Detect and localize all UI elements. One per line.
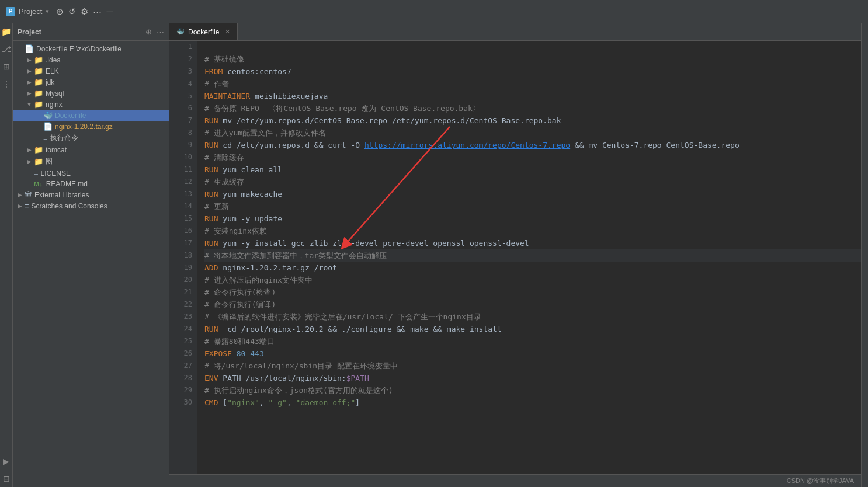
project-label[interactable]: Project [19, 7, 42, 16]
tree-item-license[interactable]: ≡ LICENSE [13, 168, 169, 179]
file-icon: 📄 [25, 44, 34, 53]
arrow-icon: ▶ [25, 79, 34, 85]
markdown-icon: M↓ [34, 180, 43, 187]
folder-icon: 📁 [34, 100, 43, 109]
folder-icon: 📁 [34, 89, 43, 98]
tree-label: tomcat [46, 146, 67, 154]
arrow-icon: ▶ [25, 57, 34, 63]
title-bar-left: P Project ▾ [6, 7, 49, 16]
tree-item-nginx[interactable]: ▼ 📁 nginx [13, 99, 169, 110]
arrow-icon: ▶ [25, 90, 34, 96]
scratches-icon: ≡ [25, 201, 29, 210]
library-icon: 🏛 [25, 190, 32, 199]
sidebar-title: Project [18, 28, 41, 36]
tab-label: Dockerfile [188, 28, 219, 36]
tree-label: nginx [46, 100, 63, 109]
watermark-text: CSDN @没事别学JAVA [787, 476, 854, 485]
tree-label: Dockerfile [55, 112, 86, 120]
tree-label: 执行命令 [50, 133, 78, 143]
tree-label: 图 [46, 156, 53, 166]
code-editor[interactable]: 1 2 ▶ 3 4 5 6 7 8 9 10 11 12 13 14 15 16 [169, 41, 861, 474]
tree-label: nginx-1.20.2.tar.gz [55, 123, 113, 131]
license-icon: ≡ [34, 169, 39, 178]
tree-item-dockerfile-root[interactable]: 📄 Dockerfile E:\zkc\Dockerfile [13, 43, 169, 54]
gear-icon[interactable]: ⚙ [81, 6, 88, 17]
tree-item-elk[interactable]: ▶ 📁 ELK [13, 65, 169, 76]
tree-item-readme[interactable]: M↓ README.md [13, 179, 169, 189]
tree-item-ext-libs[interactable]: ▶ 🏛 External Libraries [13, 189, 169, 200]
left-toolbar: 📁 ⎇ ⊞ ⋮ ▶ ⊟ [0, 23, 13, 487]
arrow-icon: ▶ [25, 68, 34, 74]
minimize-icon[interactable]: ─ [106, 6, 113, 17]
tree-item-nginx-tar[interactable]: 📄 nginx-1.20.2.tar.gz [13, 121, 169, 132]
arrow-icon: ▶ [15, 192, 25, 198]
tab-dockerfile-icon: 🐳 [176, 28, 185, 36]
folder-icon: 📁 [34, 145, 43, 154]
tree-label: LICENSE [41, 169, 71, 178]
editor-tabs: 🐳 Dockerfile ✕ [169, 23, 861, 41]
folder-icon: 📁 [34, 157, 43, 166]
tree-item-scratches[interactable]: ▶ ≡ Scratches and Consoles [13, 200, 169, 211]
tree-item-tomcat[interactable]: ▶ 📁 tomcat [13, 144, 169, 155]
sidebar-settings-icon[interactable]: ⋯ [157, 27, 164, 36]
tree-item-idea[interactable]: ▶ 📁 .idea [13, 54, 169, 65]
more-icon[interactable]: ⋯ [93, 6, 102, 17]
folder-icon: 📁 [34, 67, 43, 75]
run-config-icon[interactable]: ▶ [3, 457, 9, 466]
sidebar-tree: 📄 Dockerfile E:\zkc\Dockerfile ▶ 📁 .idea… [13, 41, 169, 487]
tree-item-tu[interactable]: ▶ 📁 图 [13, 155, 169, 168]
sidebar-header: Project ⊕ ⋯ [13, 23, 169, 41]
tree-label: jdk [46, 78, 54, 86]
plugin-icon[interactable]: ⊞ [3, 62, 10, 71]
arrow-icon: ▶ [15, 203, 25, 209]
tree-item-mysql[interactable]: ▶ 📁 Mysql [13, 88, 169, 99]
tree-item-dockerfile-file[interactable]: 🐳 Dockerfile [13, 110, 169, 121]
arrow-icon: ▶ [25, 158, 34, 165]
tree-label: .idea [46, 56, 61, 64]
tree-item-exec-cmd[interactable]: ≡ 执行命令 [13, 132, 169, 144]
tree-label: Dockerfile E:\zkc\Dockerfile [36, 45, 121, 53]
tab-dockerfile[interactable]: 🐳 Dockerfile ✕ [169, 23, 238, 40]
cmd-icon: ≡ [43, 134, 48, 142]
status-bar: CSDN @没事别学JAVA [169, 474, 861, 487]
sidebar-header-icons: ⊕ ⋯ [145, 27, 164, 36]
folder-icon[interactable]: 📁 [1, 27, 11, 36]
folder-icon: 📁 [34, 78, 43, 86]
git-icon[interactable]: ⎇ [2, 44, 11, 54]
project-icon: P [6, 7, 15, 16]
more-vertical-icon[interactable]: ⋮ [2, 79, 11, 89]
folder-icon: 📁 [34, 55, 43, 64]
sidebar: Project ⊕ ⋯ 📄 Dockerfile E:\zkc\Dockerfi… [13, 23, 169, 487]
title-bar-actions: ⊕ ↺ ⚙ ⋯ ─ [56, 6, 113, 17]
add-icon[interactable]: ⊕ [56, 6, 64, 17]
dockerfile-icon: 🐳 [43, 111, 53, 120]
tree-label: Scratches and Consoles [32, 202, 107, 210]
tab-close-icon[interactable]: ✕ [225, 28, 230, 36]
tree-label: README.md [46, 180, 88, 188]
sidebar-pin-icon[interactable]: ⊕ [145, 27, 152, 36]
refresh-icon[interactable]: ↺ [68, 6, 76, 17]
line-numbers: 1 2 ▶ 3 4 5 6 7 8 9 10 11 12 13 14 15 16 [169, 41, 197, 474]
main-layout: 📁 ⎇ ⊞ ⋮ ▶ ⊟ Project ⊕ ⋯ 📄 Dockerfile E:\… [0, 23, 868, 487]
right-gutter [861, 23, 868, 487]
tree-label: External Libraries [34, 191, 89, 199]
tree-label: Mysql [46, 89, 64, 98]
title-bar: P Project ▾ ⊕ ↺ ⚙ ⋯ ─ [0, 0, 868, 23]
archive-icon: 📄 [43, 122, 53, 131]
code-content: # 基础镜像 FROM centos:centos7 # 作者 MAINTAIN… [197, 41, 861, 474]
chevron-icon[interactable]: ▾ [46, 8, 49, 15]
terminal-icon[interactable]: ⊟ [3, 474, 10, 483]
tree-item-jdk[interactable]: ▶ 📁 jdk [13, 76, 169, 88]
tree-label: ELK [46, 67, 59, 75]
arrow-icon: ▶ [25, 147, 34, 153]
editor-area: 🐳 Dockerfile ✕ 1 2 ▶ 3 4 5 6 7 8 9 10 1 [169, 23, 861, 487]
arrow-icon: ▼ [25, 101, 34, 107]
